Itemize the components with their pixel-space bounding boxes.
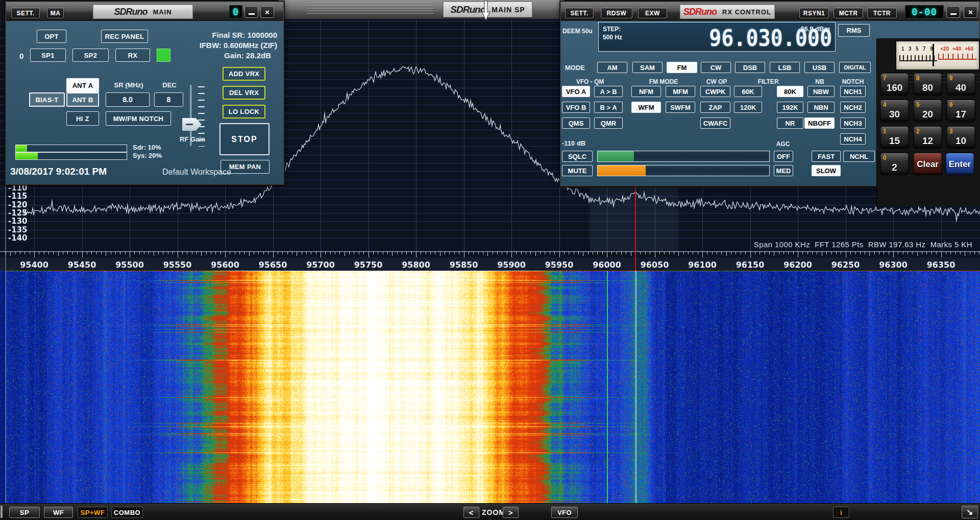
sp2-button[interactable]: SP2 bbox=[72, 49, 109, 62]
mode-button-am[interactable]: AM bbox=[597, 62, 627, 73]
hi-z-button[interactable]: HI Z bbox=[66, 111, 99, 126]
zoom-in-button[interactable]: > bbox=[503, 507, 519, 518]
nbn-button[interactable]: NBN bbox=[807, 102, 835, 113]
keypad-17-button[interactable]: 617 bbox=[946, 100, 975, 122]
opt-button[interactable]: OPT bbox=[37, 30, 66, 43]
mode-button-dsb[interactable]: DSB bbox=[735, 62, 765, 73]
zoom-out-button[interactable]: < bbox=[463, 507, 479, 518]
vfo-a-button[interactable]: VFO A bbox=[562, 86, 590, 97]
k120-button[interactable]: 120K bbox=[734, 102, 762, 113]
med-button[interactable]: MED bbox=[774, 165, 793, 176]
keypad-12-button[interactable]: 212 bbox=[913, 126, 942, 149]
combo-view-button[interactable]: COMBO bbox=[111, 507, 143, 518]
exw-button[interactable]: EXW bbox=[638, 8, 667, 18]
mode-button-usb[interactable]: USB bbox=[804, 62, 835, 73]
k80-button[interactable]: 80K bbox=[777, 86, 803, 97]
keypad-10-button[interactable]: 310 bbox=[946, 126, 975, 149]
del-vrx-button[interactable]: DEL VRX bbox=[223, 86, 265, 100]
enter-button[interactable]: Enter bbox=[945, 153, 974, 175]
close-button[interactable]: × bbox=[260, 6, 274, 18]
nch1-button[interactable]: NCH1 bbox=[840, 86, 866, 97]
frequency-digits[interactable]: 96.030.000 bbox=[709, 25, 832, 51]
bias-t-button[interactable]: BIAS-T bbox=[29, 92, 65, 107]
info-button[interactable]: i bbox=[833, 507, 849, 518]
vfo-button[interactable]: VFO bbox=[551, 507, 578, 518]
ant-a-button[interactable]: ANT A bbox=[66, 78, 99, 92]
qms-button[interactable]: QMS bbox=[562, 117, 590, 129]
tctr-button[interactable]: TCTR bbox=[867, 8, 897, 18]
lo-lock-button[interactable]: LO LOCK bbox=[223, 105, 265, 119]
ant-b-button[interactable]: ANT B bbox=[66, 92, 99, 107]
main-sp-titlebar[interactable]: SDRuno MAIN SP bbox=[278, 0, 564, 19]
step-value[interactable]: 500 Hz bbox=[603, 34, 622, 41]
mute-button[interactable]: MUTE bbox=[562, 165, 593, 176]
sqlc-button[interactable]: SQLC bbox=[562, 151, 593, 162]
mode-button-cw[interactable]: CW bbox=[701, 62, 731, 73]
k60-button[interactable]: 60K bbox=[734, 86, 762, 97]
keypad-80-button[interactable]: 880 bbox=[913, 73, 942, 96]
stop-button[interactable]: STOP bbox=[219, 123, 270, 155]
sr-value-field[interactable]: 8.0 bbox=[106, 92, 150, 107]
cwafc-button[interactable]: CWAFC bbox=[700, 117, 730, 129]
qmr-button[interactable]: QMR bbox=[594, 117, 623, 129]
main-panel-titlebar[interactable]: SETT. MA SDRuno MAIN 0 × bbox=[6, 2, 283, 20]
waterfall-canvas[interactable] bbox=[0, 271, 980, 503]
b-a-button[interactable]: B > A bbox=[594, 102, 623, 113]
main-sett-button[interactable]: SETT. bbox=[11, 8, 40, 18]
minimize-button[interactable] bbox=[946, 6, 960, 18]
cwpk-button[interactable]: CWPK bbox=[700, 86, 730, 97]
slow-button[interactable]: SLOW bbox=[812, 165, 841, 176]
wfm-button[interactable]: WFM bbox=[631, 102, 661, 113]
mctr-button[interactable]: MCTR bbox=[834, 8, 863, 18]
nch4-button[interactable]: NCH4 bbox=[840, 133, 866, 145]
mode-button-sam[interactable]: SAM bbox=[632, 62, 663, 73]
mw-fm-notch-button[interactable]: MW/FM NOTCH bbox=[106, 111, 171, 126]
mode-button-fm[interactable]: FM bbox=[667, 62, 697, 73]
rx-panel-titlebar[interactable]: SETT. RDSW EXW SDRuno RX CONTROL RSYN1 M… bbox=[561, 2, 979, 20]
rms-button[interactable]: RMS bbox=[838, 24, 870, 37]
rec-panel-button[interactable]: REC PANEL bbox=[101, 30, 148, 43]
keypad-15-button[interactable]: 115 bbox=[880, 126, 909, 149]
close-button[interactable]: × bbox=[964, 6, 977, 18]
sp-view-button[interactable]: SP bbox=[9, 507, 40, 518]
nr-button[interactable]: NR bbox=[777, 117, 803, 129]
mfm-button[interactable]: MFM bbox=[666, 86, 695, 97]
nchl-button[interactable]: NCHL bbox=[843, 151, 875, 162]
mode-button-digital[interactable]: DIGITAL bbox=[839, 62, 871, 73]
vfo-b-button[interactable]: VFO B bbox=[562, 102, 590, 113]
resize-handle[interactable]: ↘ bbox=[962, 506, 978, 518]
clear-button[interactable]: Clear bbox=[913, 153, 942, 175]
sp-wf-view-button[interactable]: SP+WF bbox=[78, 507, 108, 518]
keypad-160-button[interactable]: 7160 bbox=[880, 73, 909, 96]
nch2-button[interactable]: NCH2 bbox=[840, 102, 866, 113]
volume-bar[interactable] bbox=[597, 165, 770, 176]
minimize-button[interactable] bbox=[244, 6, 258, 18]
main-panel[interactable]: SETT. MA SDRuno MAIN 0 × OPT REC PANEL 0… bbox=[5, 1, 284, 185]
off-button[interactable]: OFF bbox=[774, 151, 793, 162]
rdsw-button[interactable]: RDSW bbox=[601, 8, 632, 18]
zap-button[interactable]: ZAP bbox=[700, 102, 730, 113]
main-ma-button[interactable]: MA bbox=[47, 8, 64, 18]
sp1-button[interactable]: SP1 bbox=[30, 49, 66, 62]
nfm-button[interactable]: NFM bbox=[631, 86, 661, 97]
a-b-button[interactable]: A > B bbox=[594, 86, 623, 97]
rsyn1-button[interactable]: RSYN1 bbox=[799, 8, 829, 18]
add-vrx-button[interactable]: ADD VRX bbox=[223, 67, 265, 81]
squelch-bar[interactable] bbox=[597, 151, 770, 162]
nch3-button[interactable]: NCH3 bbox=[840, 117, 866, 129]
nbw-button[interactable]: NBW bbox=[807, 86, 835, 97]
keypad-20-button[interactable]: 520 bbox=[913, 100, 942, 122]
rx-control-panel[interactable]: SETT. RDSW EXW SDRuno RX CONTROL RSYN1 M… bbox=[560, 1, 980, 186]
nboff-button[interactable]: NBOFF bbox=[804, 117, 835, 129]
keypad-40-button[interactable]: 940 bbox=[946, 73, 975, 96]
k192-button[interactable]: 192K bbox=[777, 102, 803, 113]
dec-value-field[interactable]: 8 bbox=[154, 92, 183, 107]
wf-view-button[interactable]: WF bbox=[44, 507, 73, 518]
swfm-button[interactable]: SWFM bbox=[666, 102, 695, 113]
mode-button-lsb[interactable]: LSB bbox=[770, 62, 800, 73]
keypad-2-button[interactable]: 02 bbox=[880, 153, 909, 175]
fast-button[interactable]: FAST bbox=[812, 151, 841, 162]
frequency-display[interactable]: STEP: 500 Hz -86.9 dBm 96.030.000 bbox=[598, 22, 836, 52]
rx-sett-button[interactable]: SETT. bbox=[565, 8, 594, 18]
rx-button[interactable]: RX bbox=[115, 49, 150, 62]
